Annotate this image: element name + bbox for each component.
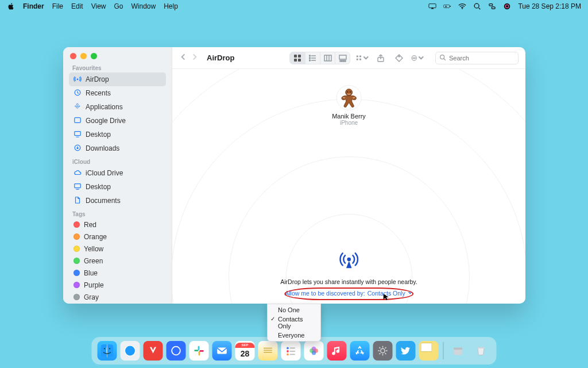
sidebar-item-documents[interactable]: Documents <box>69 194 166 208</box>
dock-music[interactable] <box>327 341 347 361</box>
menu-item-noone[interactable]: No One <box>268 305 320 315</box>
actions-button[interactable] <box>411 52 424 64</box>
minimize-button[interactable] <box>80 53 87 59</box>
tag-dot-icon <box>74 294 80 300</box>
discoverability-button[interactable]: Allow me to be discovered by: Contacts O… <box>285 290 412 297</box>
dock-calendar[interactable]: SEP28 <box>235 341 255 361</box>
svg-rect-5 <box>489 3 493 6</box>
menu-item-contactsonly[interactable]: Contacts Only <box>268 315 320 331</box>
dock-reminders[interactable] <box>281 341 301 361</box>
dock-stickies[interactable] <box>419 341 439 361</box>
forward-button[interactable] <box>191 53 199 63</box>
sidebar-item-label: Applications <box>86 103 123 111</box>
tag-dot-icon <box>74 221 80 228</box>
svg-point-4 <box>475 3 479 8</box>
screenmirror-icon[interactable] <box>428 2 436 10</box>
airdrop-icon <box>74 75 82 85</box>
desktop-icon <box>74 182 82 192</box>
dock-vivaldi[interactable] <box>144 341 163 361</box>
menubar-clock[interactable]: Tue 28 Sep 2:18 PM <box>518 2 581 10</box>
menu-item-everyone[interactable]: Everyone <box>268 331 320 340</box>
column-view-button[interactable] <box>320 52 335 64</box>
spotlight-icon[interactable] <box>473 2 481 10</box>
sidebar-tag-orange[interactable]: Orange <box>69 231 166 243</box>
dock-trash[interactable] <box>471 341 491 361</box>
dock-notes[interactable] <box>258 341 278 361</box>
avatar <box>336 85 362 110</box>
svg-point-36 <box>413 57 413 58</box>
contact-device: iPhone <box>332 120 366 126</box>
menu-go[interactable]: Go <box>114 2 123 10</box>
list-view-button[interactable] <box>305 52 320 64</box>
gallery-view-button[interactable] <box>335 52 350 64</box>
svg-rect-66 <box>477 347 485 348</box>
sidebar-item-desktop[interactable]: Desktop <box>69 128 166 141</box>
dock-mail[interactable] <box>212 341 232 361</box>
sidebar-item-downloads[interactable]: Downloads <box>69 141 166 155</box>
dock-browser[interactable] <box>167 341 186 361</box>
sidebar-item-label: Gray <box>84 293 99 301</box>
sidebar-tag-red[interactable]: Red <box>69 218 166 231</box>
svg-point-40 <box>346 89 353 96</box>
zoom-button[interactable] <box>91 53 97 59</box>
menu-file[interactable]: File <box>52 2 63 10</box>
svg-point-57 <box>287 354 289 356</box>
search-input[interactable] <box>449 55 514 62</box>
svg-point-41 <box>347 91 348 93</box>
menu-window[interactable]: Window <box>131 2 156 10</box>
sidebar-tag-purple[interactable]: Purple <box>69 279 166 291</box>
svg-rect-26 <box>340 60 342 62</box>
svg-point-37 <box>414 57 415 58</box>
share-button[interactable] <box>374 52 387 64</box>
dock-photos[interactable] <box>304 341 324 361</box>
siri-icon[interactable] <box>503 2 511 10</box>
svg-point-63 <box>381 348 385 352</box>
dock-settings[interactable] <box>373 341 393 361</box>
wifi-icon[interactable] <box>458 2 466 10</box>
sidebar-all-tags[interactable]: All Tags… <box>69 303 166 304</box>
search-field[interactable] <box>435 52 519 64</box>
menu-view[interactable]: View <box>91 2 106 10</box>
menu-edit[interactable]: Edit <box>71 2 83 10</box>
dock-finder[interactable] <box>98 341 117 361</box>
sidebar-heading-favourites: Favourites <box>72 65 166 71</box>
cloud-icon <box>74 168 82 178</box>
dock-twitter[interactable] <box>396 341 416 361</box>
dock-appstore[interactable] <box>350 341 370 361</box>
window-controls <box>70 53 166 59</box>
svg-rect-25 <box>339 55 346 59</box>
svg-rect-53 <box>199 350 203 352</box>
battery-icon[interactable] <box>443 2 451 10</box>
sidebar-tag-blue[interactable]: Blue <box>69 267 166 279</box>
dock-downloads[interactable] <box>448 341 468 361</box>
sidebar-tag-gray[interactable]: Gray <box>69 291 166 303</box>
search-icon <box>439 54 446 62</box>
sidebar-heading-icloud: iCloud <box>72 159 166 165</box>
sidebar-item-airdrop[interactable]: AirDrop <box>69 72 166 86</box>
control-center-icon[interactable] <box>488 2 496 10</box>
close-button[interactable] <box>70 53 76 59</box>
system-menubar: Finder File Edit View Go Window Help Tue… <box>0 0 588 12</box>
sidebar-item-label: Purple <box>84 281 104 289</box>
dock-slack[interactable] <box>189 341 209 361</box>
airdrop-large-icon <box>335 245 362 271</box>
icon-view-button[interactable] <box>290 52 305 64</box>
sidebar-tag-green[interactable]: Green <box>69 255 166 267</box>
svg-point-56 <box>287 350 289 352</box>
dock-safari[interactable] <box>121 341 140 361</box>
group-by-button[interactable] <box>356 52 369 64</box>
apple-icon[interactable] <box>7 2 15 10</box>
svg-rect-0 <box>429 3 436 7</box>
airdrop-contact[interactable]: Manik Berry iPhone <box>332 85 366 126</box>
svg-rect-52 <box>199 351 200 355</box>
tag-button[interactable] <box>393 52 405 64</box>
sidebar-item-applications[interactable]: Applications <box>69 100 166 114</box>
sidebar-item-recents[interactable]: Recents <box>69 86 166 100</box>
menu-help[interactable]: Help <box>164 2 178 10</box>
back-button[interactable] <box>179 53 187 63</box>
sidebar-item-desktop-cloud[interactable]: Desktop <box>69 180 166 194</box>
sidebar-tag-yellow[interactable]: Yellow <box>69 243 166 255</box>
menubar-app-name[interactable]: Finder <box>23 2 44 10</box>
sidebar-item-googledrive[interactable]: Google Drive <box>69 114 166 128</box>
sidebar-item-iclouddrive[interactable]: iCloud Drive <box>69 166 166 180</box>
